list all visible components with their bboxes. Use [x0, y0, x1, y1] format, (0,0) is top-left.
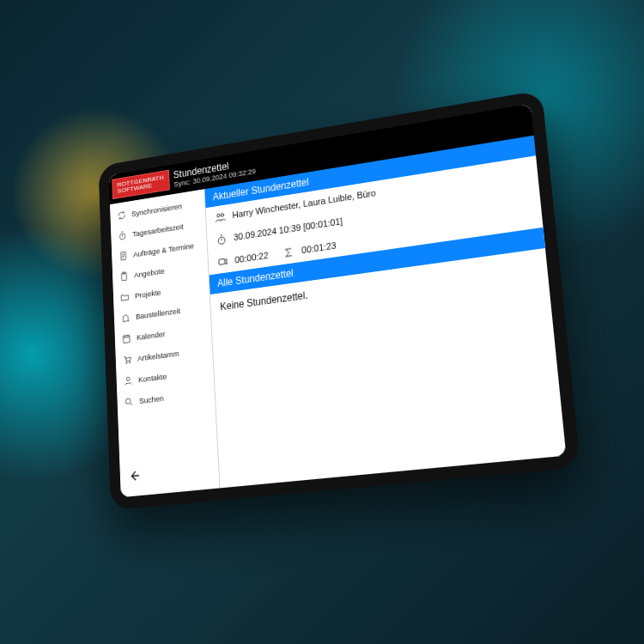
- app-screen: Rottgenrath Software Stundenzettel Sync:…: [109, 104, 567, 498]
- svg-point-8: [125, 398, 131, 404]
- document-icon: [118, 249, 128, 262]
- nav-label: Synchronisieren: [131, 201, 182, 217]
- nav-label: Artikelstamm: [137, 349, 179, 363]
- sum-value: 00:01:23: [301, 240, 337, 255]
- svg-point-9: [216, 214, 220, 217]
- svg-point-6: [129, 361, 130, 363]
- svg-rect-4: [123, 335, 130, 343]
- nav-label: Tagesarbeitszeit: [132, 222, 184, 238]
- construction-icon: [120, 311, 131, 324]
- nav-label: Projekte: [135, 287, 161, 300]
- back-button[interactable]: [127, 468, 142, 489]
- nav-label: Angebote: [134, 266, 165, 279]
- nav-label: Kontakte: [138, 371, 167, 383]
- svg-rect-12: [218, 258, 224, 264]
- nav-label: Suchen: [139, 393, 164, 405]
- folder-icon: [119, 290, 131, 303]
- clipboard-icon: [118, 270, 130, 283]
- stopwatch-icon: [117, 229, 127, 242]
- search-icon: [123, 395, 134, 408]
- people-icon: [214, 210, 227, 224]
- person-icon: [122, 374, 133, 387]
- stopwatch-icon: [215, 232, 228, 246]
- main-content: Aktueller Stundenzettel Harry Winchester…: [204, 136, 566, 489]
- svg-point-10: [221, 213, 224, 216]
- nav-label: Kalender: [137, 329, 166, 342]
- calendar-icon: [121, 332, 132, 345]
- elapsed-value: 00:00:22: [234, 250, 269, 264]
- sync-icon: [116, 209, 126, 222]
- svg-point-5: [125, 361, 126, 363]
- sidebar: Synchronisieren Tagesarbeitszeit Aufträg…: [110, 189, 220, 497]
- svg-point-7: [126, 377, 130, 381]
- sum-icon: [283, 245, 296, 259]
- timer-icon: [216, 254, 228, 269]
- tablet-frame: Rottgenrath Software Stundenzettel Sync:…: [98, 90, 580, 510]
- sync-label: Sync:: [173, 178, 191, 188]
- nav-label: Aufträge & Termine: [133, 240, 194, 258]
- brand-logo: Rottgenrath Software: [112, 169, 169, 199]
- cart-icon: [122, 353, 133, 366]
- nav-label: Baustellenzeit: [136, 306, 180, 320]
